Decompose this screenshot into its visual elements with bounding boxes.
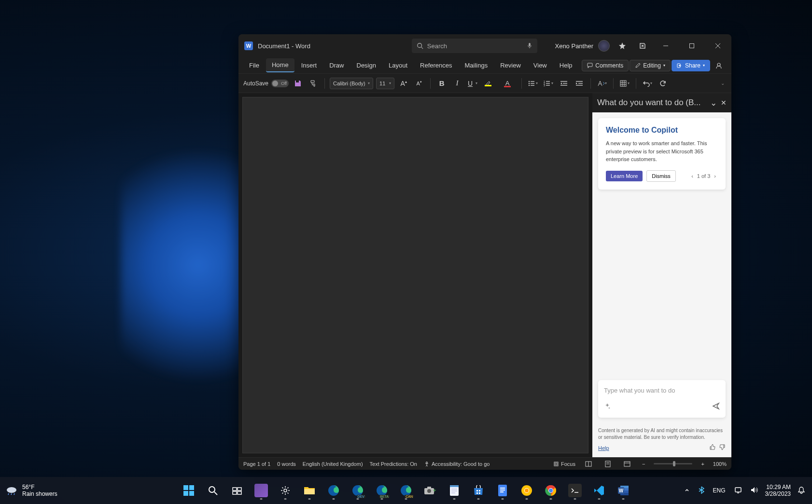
- volume-icon[interactable]: [749, 485, 760, 497]
- zoom-in-button[interactable]: +: [699, 461, 706, 467]
- share-button[interactable]: Share ▾: [672, 60, 710, 71]
- tab-references[interactable]: References: [414, 59, 458, 72]
- tab-layout[interactable]: Layout: [383, 59, 413, 72]
- toggle-switch[interactable]: Off: [271, 80, 289, 87]
- pager-next-button[interactable]: ›: [712, 172, 718, 180]
- search-box[interactable]: Search: [412, 39, 537, 53]
- grow-font-button[interactable]: A▴: [397, 77, 410, 90]
- sparkle-icon[interactable]: [604, 403, 611, 411]
- minimize-button[interactable]: [655, 38, 676, 54]
- text-predictions-indicator[interactable]: Text Predictions: On: [370, 461, 417, 467]
- tray-overflow-button[interactable]: [682, 485, 692, 496]
- taskbar-app-edge-beta[interactable]: BETA: [371, 481, 392, 500]
- help-link[interactable]: Help: [598, 445, 609, 451]
- taskbar-app-clipchamp[interactable]: [251, 481, 272, 500]
- styles-button[interactable]: ▾: [596, 77, 608, 90]
- network-icon[interactable]: [732, 485, 744, 497]
- numbering-button[interactable]: 123 ▾: [542, 77, 555, 90]
- tab-draw[interactable]: Draw: [323, 59, 350, 72]
- taskbar-app-edge[interactable]: [323, 481, 344, 500]
- taskbar-app-store[interactable]: [468, 481, 489, 500]
- task-view-button[interactable]: [226, 481, 248, 500]
- format-painter-button[interactable]: [307, 77, 320, 90]
- font-color-button[interactable]: A ▾: [501, 77, 514, 90]
- taskbar-app-explorer[interactable]: [299, 481, 320, 500]
- clock[interactable]: 10:29 AM 3/28/2023: [765, 484, 791, 498]
- taskbar-app-edge-dev[interactable]: DEV: [347, 481, 368, 500]
- copilot-prompt-input[interactable]: [604, 387, 720, 394]
- increase-indent-button[interactable]: [573, 77, 586, 90]
- copilot-input-box[interactable]: [598, 380, 726, 418]
- language-indicator[interactable]: English (United Kingdom): [303, 461, 363, 467]
- table-button[interactable]: ▾: [618, 77, 631, 90]
- accessibility-indicator[interactable]: Accessibility: Good to go: [424, 461, 490, 467]
- premium-icon[interactable]: [615, 38, 630, 54]
- pager-prev-button[interactable]: ‹: [689, 172, 695, 180]
- taskbar-app-chrome-canary[interactable]: [516, 481, 537, 500]
- bluetooth-icon[interactable]: [697, 484, 706, 497]
- tab-home[interactable]: Home: [266, 58, 294, 72]
- ribbon-collapse-button[interactable]: ⌄: [719, 79, 727, 88]
- taskbar-app-word[interactable]: W: [613, 481, 634, 500]
- focus-mode-button[interactable]: Focus: [553, 461, 575, 467]
- taskbar-app-docs[interactable]: [492, 481, 513, 500]
- italic-button[interactable]: I: [451, 77, 463, 90]
- taskbar-app-terminal[interactable]: [564, 481, 586, 500]
- language-indicator[interactable]: ENG: [711, 485, 728, 496]
- word-count[interactable]: 0 words: [277, 461, 296, 467]
- taskbar-app-edge-canary[interactable]: CAN: [395, 481, 417, 500]
- zoom-level[interactable]: 100%: [713, 461, 727, 467]
- taskbar-app-settings[interactable]: [275, 481, 296, 500]
- close-pane-button[interactable]: ✕: [721, 99, 727, 107]
- taskbar-app-camera[interactable]: +: [420, 481, 441, 500]
- notifications-button[interactable]: [796, 484, 807, 497]
- tab-review[interactable]: Review: [494, 59, 527, 72]
- undo-button[interactable]: ▾: [641, 77, 654, 90]
- read-mode-button[interactable]: [582, 459, 595, 469]
- taskbar-app-notepad[interactable]: [444, 481, 465, 500]
- thumbs-up-button[interactable]: [709, 444, 716, 452]
- send-button[interactable]: [712, 402, 720, 412]
- start-button[interactable]: [178, 481, 199, 500]
- microphone-icon[interactable]: [527, 42, 532, 49]
- tab-insert[interactable]: Insert: [295, 59, 323, 72]
- zoom-out-button[interactable]: −: [640, 461, 647, 467]
- tab-design[interactable]: Design: [351, 59, 382, 72]
- bullets-button[interactable]: ▾: [527, 77, 539, 90]
- taskbar-app-chrome[interactable]: [540, 481, 561, 500]
- page-indicator[interactable]: Page 1 of 1: [243, 461, 270, 467]
- zoom-slider[interactable]: [654, 463, 692, 464]
- document-page[interactable]: [242, 97, 588, 453]
- font-size-select[interactable]: 11 ▾: [376, 78, 394, 89]
- chevron-down-icon[interactable]: ⌄: [710, 98, 717, 108]
- user-avatar[interactable]: [598, 40, 610, 52]
- font-name-select[interactable]: Calibri (Body) ▾: [330, 78, 373, 89]
- thumbs-down-button[interactable]: [719, 444, 726, 452]
- weather-widget[interactable]: 56°F Rain showers: [5, 484, 57, 498]
- tab-help[interactable]: Help: [554, 59, 578, 72]
- web-layout-button[interactable]: [621, 459, 633, 469]
- learn-more-button[interactable]: Learn More: [606, 171, 643, 181]
- dismiss-button[interactable]: Dismiss: [646, 170, 676, 182]
- print-layout-button[interactable]: [602, 459, 614, 469]
- tab-view[interactable]: View: [528, 59, 553, 72]
- autosave-toggle[interactable]: AutoSave Off: [243, 80, 289, 87]
- comments-button[interactable]: Comments: [582, 60, 629, 71]
- underline-button[interactable]: U▾: [466, 77, 479, 90]
- bold-button[interactable]: B: [435, 77, 448, 90]
- tab-mailings[interactable]: Mailings: [459, 59, 494, 72]
- copilot-icon[interactable]: [635, 38, 650, 54]
- close-button[interactable]: [707, 38, 728, 54]
- editing-mode-button[interactable]: Editing ▾: [630, 60, 671, 71]
- highlight-button[interactable]: ▾: [482, 77, 494, 90]
- taskbar-app-vscode[interactable]: [588, 481, 610, 500]
- redo-button[interactable]: [657, 77, 669, 90]
- decrease-indent-button[interactable]: [558, 77, 570, 90]
- chevron-down-icon: ▾: [551, 81, 553, 85]
- tab-file[interactable]: File: [243, 59, 265, 72]
- taskbar-search-button[interactable]: [202, 481, 224, 500]
- save-button[interactable]: [292, 77, 304, 90]
- maximize-button[interactable]: [681, 38, 702, 54]
- shrink-font-button[interactable]: A▾: [413, 77, 425, 90]
- copilot-ribbon-icon[interactable]: [711, 58, 727, 73]
